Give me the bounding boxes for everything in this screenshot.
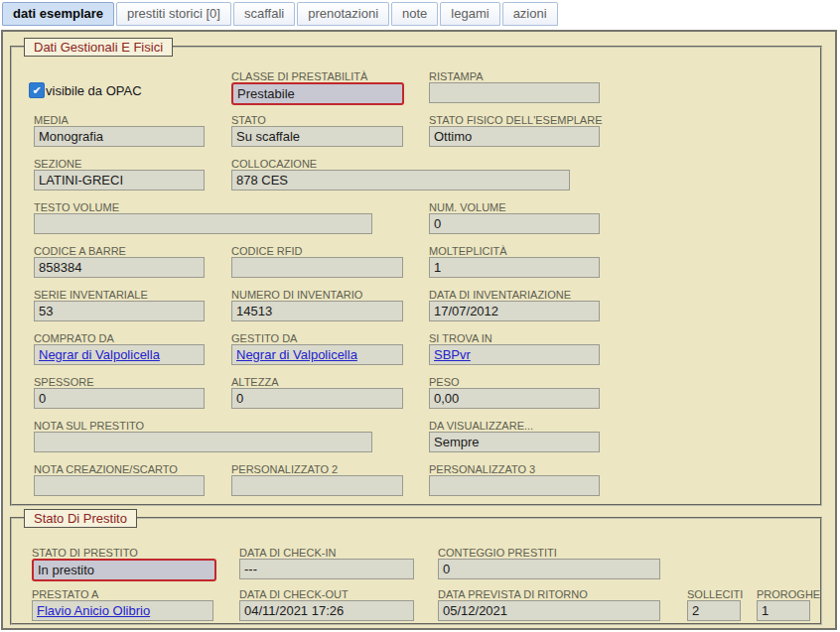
tab-prestiti-storici[interactable]: prestiti storici [0] xyxy=(116,2,231,26)
proroghe-input: 1 xyxy=(757,600,810,621)
conteggio-prestiti-field: CONTEGGIO PRESTITI 0 xyxy=(438,547,660,579)
altezza-input: 0 xyxy=(231,388,403,409)
serie-inventariale-field: SERIE INVENTARIALE 53 xyxy=(34,289,205,321)
visibile-da-opac-row: ✔ visibile da OPAC xyxy=(29,82,142,98)
personalizzato-3-input xyxy=(429,475,600,496)
comprato-da-field: COMPRATO DA Negrar di Valpolicella xyxy=(34,332,205,365)
nota-creazione-scarto-field: NOTA CREAZIONE/SCARTO xyxy=(34,463,205,496)
field-label: COLLOCAZIONE xyxy=(231,158,570,170)
codice-rfid-input xyxy=(231,257,403,278)
comprato-da-box: Negrar di Valpolicella xyxy=(34,344,205,365)
comprato-da-link[interactable]: Negrar di Valpolicella xyxy=(39,347,160,362)
gestito-da-field: GESTITO DA Negrar di Valpolicella xyxy=(231,332,403,365)
tab-legami[interactable]: legami xyxy=(440,2,499,26)
data-di-inventariazione-input: 17/07/2012 xyxy=(429,301,600,321)
num-volume-input: 0 xyxy=(429,213,600,234)
field-label: SPESSORE xyxy=(34,376,205,388)
sezione-input: LATINI-GRECI xyxy=(34,170,205,190)
tab-note[interactable]: note xyxy=(391,2,438,26)
field-label: PRESTATO A xyxy=(32,588,213,600)
field-label: PERSONALIZZATO 2 xyxy=(231,463,403,475)
field-label: NOTA CREAZIONE/SCARTO xyxy=(34,463,205,475)
codice-rfid-field: CODICE RFID xyxy=(231,245,403,278)
field-label: DATA PREVISTA DI RITORNO xyxy=(438,588,660,600)
field-label: DATA DI INVENTARIAZIONE xyxy=(429,289,600,301)
media-input: Monografia xyxy=(34,126,205,147)
peso-field: PESO 0,00 xyxy=(429,376,600,409)
numero-di-inventario-input: 14513 xyxy=(231,301,403,321)
testo-volume-input xyxy=(34,213,372,234)
stato-field: STATO Su scaffale xyxy=(231,114,403,147)
codice-a-barre-field: CODICE A BARRE 858384 xyxy=(34,245,205,278)
personalizzato-3-field: PERSONALIZZATO 3 xyxy=(429,463,600,496)
prestato-a-link[interactable]: Flavio Anicio Olibrio xyxy=(37,603,150,618)
da-visualizzare-input: Sempre xyxy=(429,432,600,452)
personalizzato-2-field: PERSONALIZZATO 2 xyxy=(231,463,403,496)
data-prevista-di-ritorno-input: 05/12/2021 xyxy=(438,600,660,621)
tab-bar: dati esemplare prestiti storici [0] scaf… xyxy=(2,2,558,26)
collocazione-input: 878 CES xyxy=(231,170,570,190)
data-di-check-out-field: DATA DI CHECK-OUT 04/11/2021 17:26 xyxy=(239,588,414,621)
field-label: SI TROVA IN xyxy=(429,332,600,344)
prestato-a-field: PRESTATO A Flavio Anicio Olibrio xyxy=(32,588,213,621)
field-label: STATO FISICO DELL'ESEMPLARE xyxy=(429,114,600,126)
field-label: SOLLECITI xyxy=(687,588,741,600)
stato-input: Su scaffale xyxy=(231,126,403,147)
field-label: MEDIA xyxy=(34,114,205,126)
field-label: RISTAMPA xyxy=(429,70,600,82)
media-field: MEDIA Monografia xyxy=(34,114,205,147)
nota-creazione-scarto-input xyxy=(34,475,205,496)
stato-fisico-field: STATO FISICO DELL'ESEMPLARE Ottimo xyxy=(429,114,600,147)
numero-di-inventario-field: NUMERO DI INVENTARIO 14513 xyxy=(231,289,403,321)
field-label: COMPRATO DA xyxy=(34,332,205,344)
nota-sul-prestito-input xyxy=(34,432,372,452)
gestito-da-link[interactable]: Negrar di Valpolicella xyxy=(236,347,357,362)
field-label: PESO xyxy=(429,376,600,388)
ristampa-field: RISTAMPA xyxy=(429,70,600,103)
classe-di-prestabilita-input[interactable]: Prestabile xyxy=(231,82,404,105)
field-label: NOTA SUL PRESTITO xyxy=(34,420,372,432)
field-label: GESTITO DA xyxy=(231,332,403,344)
opac-checkbox[interactable]: ✔ xyxy=(29,82,45,98)
data-di-check-in-input: --- xyxy=(239,559,414,579)
field-label: DATA DI CHECK-IN xyxy=(239,547,414,559)
personalizzato-2-input xyxy=(231,475,403,496)
tab-dati-esemplare[interactable]: dati esemplare xyxy=(2,2,114,26)
serie-inventariale-input: 53 xyxy=(34,301,205,321)
data-di-check-out-input: 04/11/2021 17:26 xyxy=(239,600,414,621)
sezione-field: SEZIONE LATINI-GRECI xyxy=(34,158,205,190)
tab-scaffali[interactable]: scaffali xyxy=(233,2,295,26)
collocazione-field: COLLOCAZIONE 878 CES xyxy=(231,158,570,190)
main-panel: Dati Gestionali E Fisici ✔ visibile da O… xyxy=(1,30,837,630)
field-label: CONTEGGIO PRESTITI xyxy=(438,547,660,559)
spessore-input: 0 xyxy=(34,388,205,409)
section-dati-gestionali-e-fisici: Dati Gestionali E Fisici ✔ visibile da O… xyxy=(10,46,822,506)
si-trova-in-field: SI TROVA IN SBPvr xyxy=(429,332,600,365)
altezza-field: ALTEZZA 0 xyxy=(231,376,403,409)
field-label: PROROGHE xyxy=(757,588,810,600)
classe-di-prestabilita-field: CLASSE DI PRESTABILITÀ Prestabile xyxy=(231,70,404,105)
stato-fisico-input: Ottimo xyxy=(429,126,600,147)
field-label: NUM. VOLUME xyxy=(429,201,600,213)
field-label: TESTO VOLUME xyxy=(34,201,372,213)
codice-a-barre-input: 858384 xyxy=(34,257,205,278)
stato-di-prestito-input[interactable]: In prestito xyxy=(32,559,216,581)
si-trova-in-box: SBPvr xyxy=(429,344,600,365)
field-label: NUMERO DI INVENTARIO xyxy=(231,289,403,301)
tab-azioni[interactable]: azioni xyxy=(502,2,558,26)
spessore-field: SPESSORE 0 xyxy=(34,376,205,409)
section-legend: Stato Di Prestito xyxy=(24,509,137,528)
proroghe-field: PROROGHE 1 xyxy=(757,588,810,621)
prestato-a-box: Flavio Anicio Olibrio xyxy=(32,600,213,621)
field-label: SERIE INVENTARIALE xyxy=(34,289,205,301)
si-trova-in-link[interactable]: SBPvr xyxy=(434,347,471,362)
testo-volume-field: TESTO VOLUME xyxy=(34,201,372,234)
ristampa-input xyxy=(429,82,600,103)
opac-checkbox-label: visibile da OPAC xyxy=(46,83,142,98)
field-label: PERSONALIZZATO 3 xyxy=(429,463,600,475)
field-label: MOLTEPLICITÀ xyxy=(429,245,600,257)
da-visualizzare-field: DA VISUALIZZARE... Sempre xyxy=(429,420,600,452)
solleciti-input: 2 xyxy=(687,600,741,621)
field-label: STATO DI PRESTITO xyxy=(32,547,216,559)
tab-prenotazioni[interactable]: prenotazioni xyxy=(297,2,389,26)
